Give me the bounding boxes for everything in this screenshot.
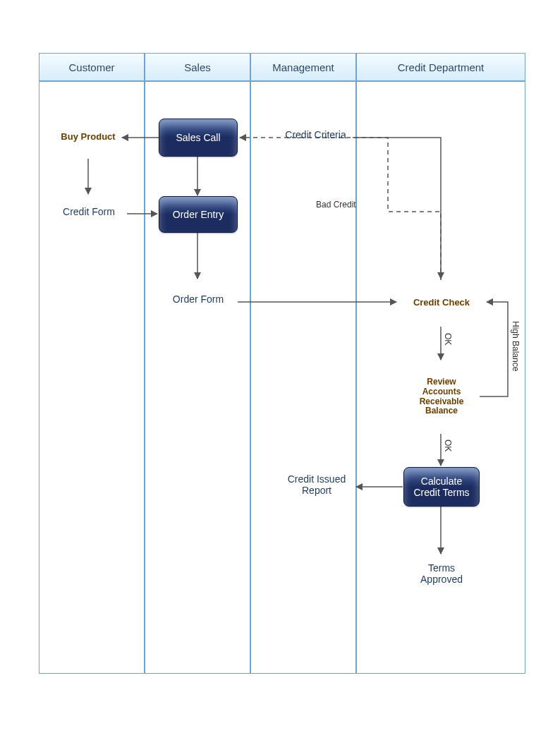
label: Credit Issued Report <box>284 473 349 496</box>
label: Order Entry <box>173 209 224 220</box>
document-credit-criteria: Credit Criteria <box>279 116 353 159</box>
label: Review Accounts Receivable Balance <box>415 377 468 416</box>
label: Credit Form <box>63 206 115 217</box>
label: Terms Approved <box>411 562 472 585</box>
document-credit-form: Credit Form <box>51 194 127 235</box>
document-terms-approved: Terms Approved <box>406 555 477 598</box>
decision-review-ar: Review Accounts Receivable Balance <box>402 360 481 434</box>
process-sales-call: Sales Call <box>159 119 238 157</box>
process-order-entry: Order Entry <box>159 196 238 233</box>
edge-label-high-balance: High Balance <box>511 321 521 371</box>
label: Sales Call <box>176 132 220 143</box>
decision-credit-check: Credit Check <box>396 279 487 327</box>
edge-label-ok2: OK <box>443 440 453 452</box>
swimlane-diagram: Customer Sales Management Credit Departm… <box>0 0 560 745</box>
label: Calculate Credit Terms <box>407 476 476 498</box>
document-credit-issued: Credit Issued Report <box>279 466 355 509</box>
label: Order Form <box>173 293 224 305</box>
edge-label-ok1: OK <box>443 333 453 345</box>
decision-buy-product: Buy Product <box>53 115 123 159</box>
edge-label-bad-credit: Bad Credit <box>316 200 356 210</box>
document-order-form: Order Form <box>159 281 238 323</box>
label: Credit Criteria <box>285 129 346 140</box>
label: Buy Product <box>61 132 115 143</box>
process-calc-terms: Calculate Credit Terms <box>403 467 480 507</box>
label: Credit Check <box>413 298 470 308</box>
